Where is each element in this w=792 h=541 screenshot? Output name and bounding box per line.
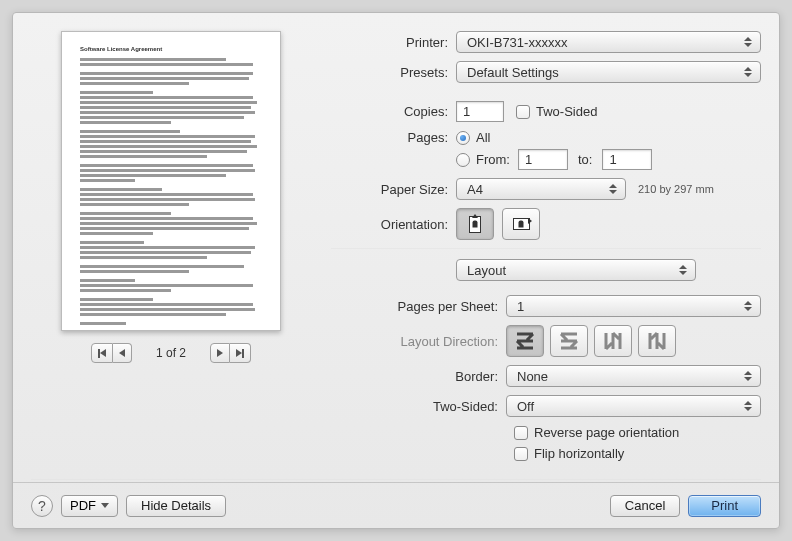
dialog-content: Software License Agreement 1 o: [13, 13, 779, 479]
pages-from-radio[interactable]: [456, 153, 470, 167]
select-arrows-icon: [740, 398, 756, 414]
pages-to-input[interactable]: 1: [602, 149, 652, 170]
layout-dir-2-button[interactable]: [550, 325, 588, 357]
layout-direction-label: Layout Direction:: [331, 334, 506, 349]
border-select[interactable]: None: [506, 365, 761, 387]
pages-all-label: All: [476, 130, 490, 145]
paper-size-label: Paper Size:: [331, 182, 456, 197]
help-button[interactable]: ?: [31, 495, 53, 517]
preview-column: Software License Agreement 1 o: [31, 31, 311, 469]
question-icon: ?: [38, 498, 46, 514]
flip-horizontally-label: Flip horizontally: [534, 446, 624, 461]
select-arrows-icon: [605, 181, 621, 197]
reverse-orientation-checkbox[interactable]: [514, 426, 528, 440]
border-label: Border:: [331, 369, 506, 384]
orientation-portrait-button[interactable]: [456, 208, 494, 240]
dialog-footer: ? PDF Hide Details Cancel Print: [13, 482, 779, 528]
pages-per-sheet-label: Pages per Sheet:: [331, 299, 506, 314]
caret-down-icon: [101, 503, 109, 508]
preview-page: Software License Agreement: [61, 31, 281, 331]
reverse-orientation-label: Reverse page orientation: [534, 425, 679, 440]
two-sided-checkbox[interactable]: [516, 105, 530, 119]
prev-page-button[interactable]: [113, 343, 132, 363]
two-sided-select[interactable]: Off: [506, 395, 761, 417]
printer-select[interactable]: OKI-B731-xxxxxx: [456, 31, 761, 53]
orientation-label: Orientation:: [331, 217, 456, 232]
divider: [331, 248, 761, 249]
layout-dir-3-button[interactable]: [594, 325, 632, 357]
footer-divider: [31, 479, 761, 480]
last-page-button[interactable]: [230, 343, 251, 363]
pages-from-input[interactable]: 1: [518, 149, 568, 170]
pages-label: Pages:: [331, 130, 456, 145]
print-button[interactable]: Print: [688, 495, 761, 517]
first-page-button[interactable]: [91, 343, 113, 363]
orientation-landscape-button[interactable]: [502, 208, 540, 240]
printer-label: Printer:: [331, 35, 456, 50]
preview-nav: 1 of 2: [31, 343, 311, 363]
pages-from-label: From:: [476, 152, 510, 167]
next-page-button[interactable]: [210, 343, 230, 363]
cancel-button[interactable]: Cancel: [610, 495, 680, 517]
portrait-icon: [469, 216, 481, 233]
select-arrows-icon: [740, 298, 756, 314]
preview-doc-title: Software License Agreement: [80, 46, 262, 52]
two-sided-label: Two-Sided:: [331, 399, 506, 414]
select-arrows-icon: [740, 34, 756, 50]
paper-size-note: 210 by 297 mm: [638, 183, 714, 195]
settings-column: Printer: OKI-B731-xxxxxx Presets: Defaul…: [331, 31, 761, 469]
pdf-menu-button[interactable]: PDF: [61, 495, 118, 517]
select-arrows-icon: [740, 368, 756, 384]
print-dialog: Software License Agreement 1 o: [12, 12, 780, 529]
two-sided-checkbox-label: Two-Sided: [536, 104, 597, 119]
layout-dir-4-button[interactable]: [638, 325, 676, 357]
section-select[interactable]: Layout: [456, 259, 696, 281]
select-arrows-icon: [675, 262, 691, 278]
page-indicator: 1 of 2: [142, 346, 200, 360]
presets-label: Presets:: [331, 65, 456, 80]
pages-to-label: to:: [568, 152, 602, 167]
flip-horizontally-checkbox[interactable]: [514, 447, 528, 461]
layout-dir-1-button[interactable]: [506, 325, 544, 357]
landscape-icon: [513, 218, 530, 230]
paper-size-select[interactable]: A4: [456, 178, 626, 200]
select-arrows-icon: [740, 64, 756, 80]
copies-input[interactable]: 1: [456, 101, 504, 122]
presets-select[interactable]: Default Settings: [456, 61, 761, 83]
hide-details-button[interactable]: Hide Details: [126, 495, 226, 517]
copies-label: Copies:: [331, 104, 456, 119]
pages-all-radio[interactable]: [456, 131, 470, 145]
pages-per-sheet-select[interactable]: 1: [506, 295, 761, 317]
